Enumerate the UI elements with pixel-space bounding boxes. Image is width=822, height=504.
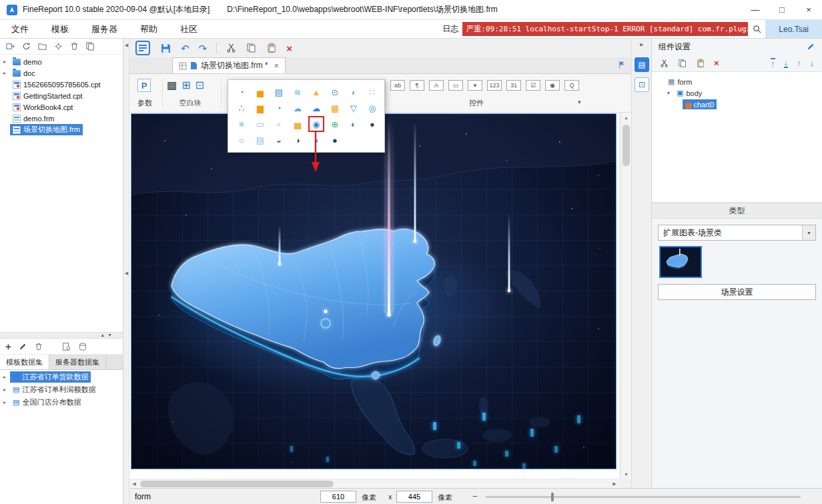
report-block-icon[interactable]: ▩: [167, 79, 177, 92]
file-tree-item[interactable]: ▸ WorkBook4.cpt: [0, 101, 123, 113]
relation-chart-icon[interactable]: ∴: [235, 101, 248, 115]
gear-icon[interactable]: [53, 41, 63, 51]
textfield-control-icon[interactable]: ab: [390, 80, 405, 91]
expand-arrow-icon[interactable]: ▸: [3, 387, 10, 393]
dataset-item[interactable]: ▸ ▤ 江苏省订单货款数据: [0, 371, 123, 383]
folder-view-icon[interactable]: [37, 41, 47, 51]
delete-dataset-button[interactable]: [34, 342, 43, 351]
preview-dataset-button[interactable]: [62, 342, 71, 351]
controls-expand-icon[interactable]: ▾: [578, 99, 581, 105]
word-cloud-chart-icon[interactable]: ☁: [310, 101, 323, 115]
combobox-control-icon[interactable]: ▾: [468, 80, 482, 91]
horizontal-scrollbar-thumb[interactable]: [140, 481, 334, 487]
move-to-bottom-icon[interactable]: ↓: [784, 58, 789, 68]
bubble-chart-icon[interactable]: ∘: [272, 117, 286, 131]
zoom-out-icon[interactable]: −: [472, 491, 478, 501]
world-map-chart-icon[interactable]: ◐: [347, 117, 360, 131]
maximize-button[interactable]: □: [769, 0, 795, 19]
number-control-icon[interactable]: 123: [487, 80, 502, 91]
copy-button[interactable]: [246, 43, 257, 53]
meridian-globe-chart-icon[interactable]: ◒: [272, 133, 286, 147]
edit-dataset-button[interactable]: [18, 342, 27, 351]
area-chart-icon[interactable]: ▲: [310, 85, 323, 99]
moon-chart-icon[interactable]: ◑: [291, 133, 304, 147]
document-tab[interactable]: 场景切换地图.frm * ×: [172, 57, 286, 73]
refresh-icon[interactable]: [21, 41, 31, 51]
paste-button[interactable]: [696, 59, 705, 68]
dataset-tab[interactable]: 模板数据集: [0, 355, 49, 369]
vertical-scrollbar-thumb[interactable]: [623, 125, 630, 166]
component-tree-item[interactable]: ▅ chart0: [656, 99, 818, 110]
scene-thumbnail[interactable]: [659, 246, 702, 278]
radio-control-icon[interactable]: ◉: [545, 80, 560, 91]
collapse-left-icon[interactable]: ◀: [123, 43, 129, 48]
catalog-chart-icon[interactable]: ▤: [254, 133, 267, 147]
horizontal-scrollbar[interactable]: ◀ ▶: [129, 479, 619, 488]
chevron-down-icon[interactable]: ▾: [802, 225, 815, 240]
search-icon[interactable]: [748, 24, 765, 34]
file-tree-item[interactable]: ▸ GettingStarted.cpt: [0, 90, 123, 101]
file-tree-item[interactable]: ▸ demo.frm: [0, 113, 123, 124]
collapse-right-icon[interactable]: ▶: [632, 42, 652, 47]
trash-icon[interactable]: [69, 41, 79, 51]
tab-close-icon[interactable]: ×: [274, 61, 279, 71]
component-tree-item[interactable]: ▾ ▣ body: [656, 87, 818, 99]
undo-button[interactable]: ↶: [181, 43, 189, 53]
scroll-left-icon[interactable]: ◀: [129, 479, 139, 489]
save-button[interactable]: [160, 43, 171, 54]
splitter-down-icon[interactable]: ▼: [107, 333, 115, 337]
width-input[interactable]: [320, 491, 356, 503]
move-up-icon[interactable]: ↑: [797, 59, 801, 67]
menu-item[interactable]: 模板: [40, 20, 80, 38]
cut-button[interactable]: [226, 43, 237, 53]
menu-item[interactable]: 社区: [169, 20, 209, 38]
move-to-top-icon[interactable]: ↑: [771, 58, 775, 68]
multi-series-chart-icon[interactable]: ▅: [291, 117, 304, 131]
waterfall-chart-icon[interactable]: ▆: [254, 101, 267, 115]
template-web-attributes-icon[interactable]: [617, 60, 626, 72]
scroll-up-icon[interactable]: ▲: [621, 113, 631, 122]
move-down-icon[interactable]: ↓: [810, 59, 815, 67]
expand-arrow-icon[interactable]: ▸: [3, 399, 10, 405]
component-settings-dock-icon[interactable]: ▤: [635, 57, 649, 72]
dataset-tab[interactable]: 服务器数据集: [49, 355, 106, 369]
collapse-left-icon[interactable]: ◀: [123, 271, 129, 276]
copy-button[interactable]: [678, 59, 687, 68]
line-chart-icon[interactable]: ≋: [291, 85, 304, 99]
globe-chart-icon[interactable]: ⊙: [328, 85, 342, 99]
cloud-chart-icon[interactable]: ☁: [291, 101, 304, 115]
redo-button[interactable]: ↷: [199, 43, 208, 53]
file-tree-item[interactable]: ▸ 1562665095785605.cpt: [0, 79, 123, 90]
menu-item[interactable]: 文件: [0, 20, 40, 38]
zoom-slider[interactable]: [486, 496, 801, 498]
ring-chart-icon[interactable]: ○: [235, 133, 248, 147]
panel-splitter[interactable]: ▲▼: [0, 332, 123, 339]
dataset-item[interactable]: ▸ ▤ 全国门店分布数据: [0, 396, 123, 409]
file-tree-item[interactable]: ▸ demo: [0, 56, 123, 67]
checkbox-control-icon[interactable]: ☑: [526, 80, 540, 91]
zoom-slider-handle[interactable]: [551, 493, 554, 501]
delete-button[interactable]: ×: [286, 43, 292, 53]
copy-icon[interactable]: [85, 41, 95, 51]
scroll-down-icon[interactable]: ▼: [621, 469, 631, 479]
file-tree-item[interactable]: ▸ 场景切换地图.frm: [0, 124, 123, 135]
map-chart-icon[interactable]: ◉: [310, 117, 323, 131]
treemap-chart-icon[interactable]: ▦: [328, 101, 342, 115]
column-chart-icon[interactable]: ▅: [254, 85, 267, 99]
query-control-icon[interactable]: Q: [564, 80, 579, 91]
date-control-icon[interactable]: 31: [506, 80, 521, 91]
pie-chart-icon[interactable]: ◔: [235, 85, 248, 99]
button-control-icon[interactable]: ▭: [448, 80, 463, 91]
component-library-icon[interactable]: [135, 40, 151, 56]
form-canvas-chart[interactable]: [131, 113, 616, 469]
edit-pencil-icon[interactable]: [806, 42, 815, 51]
paste-button[interactable]: [266, 43, 277, 53]
funnel-chart-icon[interactable]: ▽: [347, 101, 360, 115]
dashboard-chart-icon[interactable]: ◔: [272, 101, 286, 115]
new-template-icon[interactable]: [5, 41, 15, 51]
scatter-chart-icon[interactable]: ∷: [366, 85, 379, 99]
expand-arrow-icon[interactable]: ▸: [3, 70, 10, 76]
user-account-button[interactable]: Leo.Tsai: [765, 20, 822, 38]
expand-arrow-icon[interactable]: ▸: [3, 374, 10, 380]
chart-type-dropdown[interactable]: 扩展图表-场景类 ▾: [658, 225, 816, 241]
